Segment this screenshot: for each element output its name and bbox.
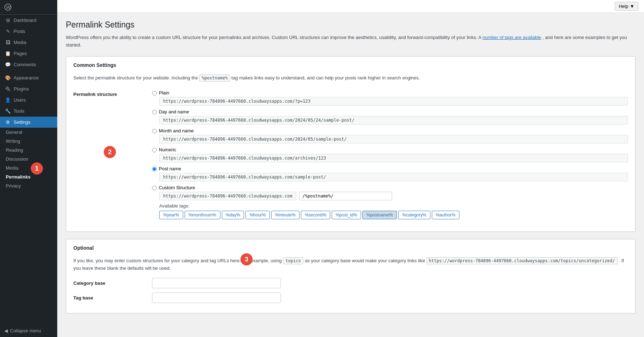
settings-icon: ⚙ — [4, 119, 11, 125]
subnav-general[interactable]: General — [0, 128, 57, 137]
tag-post-id[interactable]: %post_id% — [332, 211, 361, 219]
option-day-label[interactable]: Day and name — [152, 109, 628, 114]
tag-postname[interactable]: %postname% — [362, 211, 397, 219]
option-plain: Plain https://wordpress-784896-4497660.c… — [152, 90, 628, 106]
sidebar-item-comments[interactable]: 💬 Comments — [0, 59, 57, 70]
tag-year[interactable]: %year% — [159, 211, 183, 219]
tag-monthnum[interactable]: %monthnum% — [185, 211, 220, 219]
radio-plain[interactable] — [152, 91, 157, 96]
sidebar-item-tools[interactable]: 🔧 Tools — [0, 106, 57, 117]
tag-author[interactable]: %author% — [432, 211, 459, 219]
badge-2: 2 — [104, 146, 116, 158]
tag-buttons-container: %year% %monthnum% %day% %hour% %minute% … — [159, 211, 628, 219]
users-icon: 👤 — [4, 97, 11, 103]
option-custom: Custom Structure https://wordpress-78489… — [152, 185, 628, 219]
subnav-privacy-label: Privacy — [6, 183, 21, 189]
tag-hour[interactable]: %hour% — [245, 211, 269, 219]
option-month-label[interactable]: Month and name — [152, 128, 628, 133]
sidebar-label-plugins: Plugins — [14, 86, 29, 92]
sidebar-item-appearance[interactable]: 🎨 Appearance — [0, 72, 57, 83]
category-base-row: Category base — [73, 278, 628, 288]
sidebar-label-tools: Tools — [14, 108, 24, 114]
sidebar-item-posts[interactable]: ✎ Posts — [0, 26, 57, 37]
subnav-media[interactable]: Media — [0, 163, 57, 172]
common-desc-before: Select the permalink structure for your … — [73, 75, 198, 80]
content-area: Permalink Settings WordPress offers you … — [57, 13, 644, 337]
tag-minute[interactable]: %minute% — [271, 211, 299, 219]
tag-category[interactable]: %category% — [398, 211, 430, 219]
collapse-menu-label: Collapse menu — [10, 328, 41, 333]
sidebar-item-users[interactable]: 👤 Users — [0, 94, 57, 106]
topics-code: topics — [283, 257, 303, 264]
tools-icon: 🔧 — [4, 108, 11, 114]
sidebar-item-plugins[interactable]: 🔌 Plugins — [0, 83, 57, 94]
subnav-discussion-label: Discussion — [6, 156, 28, 162]
permalink-options-table: Permalink structure Plain https://wordpr… — [73, 87, 628, 226]
tag-base-input[interactable] — [152, 293, 281, 303]
option-post-name-label[interactable]: Post name — [152, 166, 628, 171]
optional-section-title: Optional — [73, 245, 628, 254]
custom-url-prefix: https://wordpress-784896-4497660.cloudwa… — [159, 192, 296, 200]
svg-text:W: W — [6, 5, 11, 10]
main-area: Help ▼ Permalink Settings WordPress offe… — [57, 0, 644, 337]
url-post-name: https://wordpress-784896-4497660.cloudwa… — [159, 173, 628, 181]
option-numeric-label[interactable]: Numeric — [152, 147, 628, 152]
option-custom-label[interactable]: Custom Structure — [152, 185, 628, 190]
sidebar-item-dashboard[interactable]: ⊞ Dashboard — [0, 15, 57, 26]
help-button[interactable]: Help ▼ — [615, 2, 638, 11]
subnav-permalinks-label: Permalinks — [6, 174, 30, 180]
sidebar-label-posts: Posts — [14, 29, 25, 34]
optional-section: Optional If you like, you may enter cust… — [66, 239, 635, 313]
tag-day[interactable]: %day% — [222, 211, 244, 219]
plugins-icon: 🔌 — [4, 86, 11, 92]
available-tags-label: Available tags: — [159, 203, 628, 209]
subnav-permalinks[interactable]: Permalinks — [0, 172, 57, 181]
tags-available-link[interactable]: number of tags are available — [482, 35, 541, 40]
subnav-reading-label: Reading — [6, 147, 23, 153]
option-post-name-text: Post name — [159, 166, 181, 171]
option-post-name: Post name https://wordpress-784896-44976… — [152, 166, 628, 181]
subnav-writing[interactable]: Writing — [0, 137, 57, 146]
subnav-reading[interactable]: Reading — [0, 146, 57, 155]
option-month-and-name: Month and name https://wordpress-784896-… — [152, 128, 628, 143]
option-day-text: Day and name — [159, 109, 189, 114]
category-base-label: Category base — [73, 280, 152, 286]
option-custom-text: Custom Structure — [159, 185, 195, 190]
media-icon: 🖼 — [4, 40, 11, 45]
radio-numeric[interactable] — [152, 148, 157, 152]
option-day-and-name: Day and name https://wordpress-784896-44… — [152, 109, 628, 124]
subnav-general-label: General — [6, 130, 22, 135]
tag-base-label: Tag base — [73, 295, 152, 301]
collapse-menu-button[interactable]: ◀ Collapse menu — [0, 324, 57, 337]
subnav-discussion[interactable]: Discussion — [0, 155, 57, 163]
common-desc-after: tag makes links easy to understand, and … — [231, 75, 420, 80]
subnav-privacy[interactable]: Privacy — [0, 181, 57, 190]
url-day-and-name: https://wordpress-784896-4497660.cloudwa… — [159, 116, 628, 124]
option-plain-label[interactable]: Plain — [152, 90, 628, 96]
category-base-input[interactable] — [152, 278, 281, 288]
permalink-options-cell: Plain https://wordpress-784896-4497660.c… — [152, 87, 628, 226]
sidebar-item-settings[interactable]: ⚙ Settings — [0, 117, 57, 128]
radio-custom[interactable] — [152, 186, 157, 190]
optional-example-url: https://wordpress-784896-4497660.cloudwa… — [426, 257, 618, 264]
sidebar-item-media[interactable]: 🖼 Media — [0, 37, 57, 48]
url-plain: https://wordpress-784896-4497660.cloudwa… — [159, 97, 628, 106]
custom-structure-input[interactable] — [299, 192, 392, 200]
subnav-writing-label: Writing — [6, 138, 20, 144]
postname-tag: %postname% — [199, 74, 230, 82]
sidebar-item-pages[interactable]: 📋 Pages — [0, 48, 57, 59]
common-settings-inner: Common Settings Select the permalink str… — [66, 57, 635, 232]
sidebar-label-users: Users — [14, 97, 26, 103]
option-numeric: Numeric https://wordpress-784896-4497660… — [152, 147, 628, 162]
tag-second[interactable]: %second% — [301, 211, 330, 219]
radio-month-and-name[interactable] — [152, 129, 157, 133]
radio-day-and-name[interactable] — [152, 110, 157, 114]
appearance-icon: 🎨 — [4, 75, 11, 80]
option-month-text: Month and name — [159, 128, 194, 133]
radio-post-name[interactable] — [152, 167, 157, 171]
tag-base-row: Tag base — [73, 293, 628, 303]
chevron-down-icon: ▼ — [630, 4, 634, 9]
page-desc-before: WordPress offers you the ability to crea… — [66, 35, 481, 40]
sidebar-label-dashboard: Dashboard — [14, 18, 36, 23]
url-month-and-name: https://wordpress-784896-4497660.cloudwa… — [159, 135, 628, 143]
